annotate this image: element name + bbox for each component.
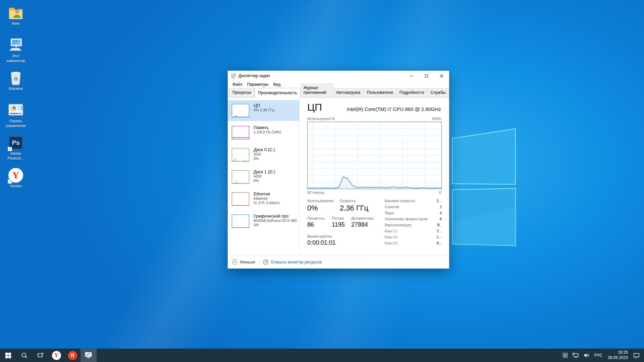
stat-primary-label: Использование xyxy=(307,199,340,203)
sidebar-item-text: Графический проNVIDIA GeForce GTX 6600% xyxy=(254,214,297,228)
menu-file[interactable]: Файл xyxy=(230,81,245,88)
stat-secondary-label: Процессы xyxy=(307,216,332,220)
desktop-icon-recycle-bin[interactable]: ♻Корзина xyxy=(1,68,30,101)
desktop-icon-label: AdobePhotosh... xyxy=(7,152,24,161)
menu-options[interactable]: Параметры xyxy=(245,81,271,88)
tab-4[interactable]: Пользователи xyxy=(364,88,396,97)
sidebar-mini-graph xyxy=(232,215,249,228)
spec-value: 8... xyxy=(437,241,442,247)
cpu-spec-row-6: Кэш L2:1... xyxy=(385,235,442,241)
sidebar-item-2[interactable]: Диск 0 (C:)SSD0% xyxy=(228,144,299,165)
sidebar-thumbnail xyxy=(232,126,249,139)
desktop-icon-yandex[interactable]: Y↗Yandex xyxy=(1,166,30,198)
titlebar[interactable]: Диспетчер задач xyxy=(228,71,449,81)
stat-primary-label: Скорость xyxy=(340,199,368,203)
tab-5[interactable]: Подробности xyxy=(396,88,428,97)
cpu-panel: ЦП Intel(R) Core(TM) i7 CPU 860 @ 2.80GH… xyxy=(300,98,449,255)
sidebar-mini-graph xyxy=(232,193,249,205)
spec-value: 8 xyxy=(440,217,442,223)
svg-text:♻: ♻ xyxy=(13,76,18,82)
task-view-button[interactable] xyxy=(32,349,48,362)
clock[interactable]: 16:25 26.05.2023 xyxy=(605,350,631,360)
desktop-icon-user-folder[interactable]: New xyxy=(1,3,30,36)
uptime-block: Время работы 0:00:01:01 xyxy=(307,234,336,246)
cpu-spec-row-5: Кэш L1:2... xyxy=(385,229,442,235)
language-indicator[interactable]: РУС xyxy=(592,349,605,362)
yandex-app-icon: Я xyxy=(68,351,77,360)
stat-secondary-1: Потоки1195 xyxy=(332,216,351,228)
desktop-icons: New Этоткомпьютер ♻Корзина Панельуправле… xyxy=(1,3,30,198)
yandex-app-button[interactable]: Я xyxy=(64,349,80,362)
sidebar-mini-graph xyxy=(232,148,249,161)
menu-bar: ФайлПараметрыВид xyxy=(228,81,449,88)
graph-time-label: 60 секунд xyxy=(307,190,324,194)
start-button[interactable] xyxy=(0,349,16,362)
cpu-spec-row-2: Ядра:4 xyxy=(385,211,442,217)
sidebar-item-1[interactable]: Память1,1/8,0 ГБ (14%) xyxy=(228,122,299,143)
tab-3[interactable]: Автозагрузка xyxy=(333,88,364,97)
desktop-icon-label: New xyxy=(12,21,19,26)
maximize-button[interactable] xyxy=(419,71,434,81)
tab-2[interactable]: Журнал приложений xyxy=(301,83,333,97)
stat-secondary-label: Потоки xyxy=(332,216,351,220)
cpu-model: Intel(R) Core(TM) i7 CPU 860 @ 2.80GHz xyxy=(347,106,441,112)
close-icon xyxy=(440,74,443,78)
stat-primary-value: 0% xyxy=(307,204,340,213)
cpu-usage-graph[interactable] xyxy=(307,122,442,189)
fewer-details-button[interactable]: Меньше xyxy=(232,259,255,265)
stat-primary-0: Использование0% xyxy=(307,199,340,213)
stat-secondary-2: Дескрипторы27884 xyxy=(351,216,374,228)
network-status-button[interactable] xyxy=(570,349,581,362)
spec-label: Базовая скорость: xyxy=(385,199,416,205)
sidebar-item-5[interactable]: Графический проNVIDIA GeForce GTX 6600% xyxy=(228,211,299,232)
shortcut-arrow-badge: ↗ xyxy=(8,147,12,151)
minimize-button[interactable] xyxy=(404,71,419,81)
tab-6[interactable]: Службы xyxy=(428,88,449,97)
stats-row-primary: Использование0%Скорость2,36 ГГц xyxy=(307,199,368,213)
menu-view[interactable]: Вид xyxy=(271,81,283,88)
sidebar-thumbnail xyxy=(232,170,249,184)
cpu-spec-list: Базовая скорость:2...Сокетов:1Ядра:4Логи… xyxy=(385,199,442,247)
stats-row-secondary: Процессы86Потоки1195Дескрипторы27884 xyxy=(307,216,374,228)
spec-value: 2... xyxy=(437,199,442,205)
spec-label: Кэш L2: xyxy=(385,235,398,241)
spec-label: Сокетов: xyxy=(385,205,400,211)
sidebar-thumbnail xyxy=(232,104,249,117)
cpu-spec-row-1: Сокетов:1 xyxy=(385,205,442,211)
task-manager-taskbar-button[interactable] xyxy=(80,349,97,362)
hidden-icons-grid-icon xyxy=(563,353,568,358)
desktop-icon-control-panel[interactable]: Панельуправления xyxy=(1,101,30,133)
maximize-icon xyxy=(425,74,428,77)
shortcut-arrow-badge: ↗ xyxy=(8,179,12,184)
tab-1[interactable]: Производительность xyxy=(255,88,300,98)
minimize-icon xyxy=(410,76,413,76)
hidden-icons-button[interactable] xyxy=(560,349,570,362)
open-resource-monitor-link[interactable]: Открыть монитор ресурсов xyxy=(271,260,322,264)
cpu-spec-row-7: Кэш L3:8... xyxy=(385,241,442,247)
panel-heading: ЦП xyxy=(307,102,322,113)
footer-divider xyxy=(259,259,259,265)
cpu-spec-row-3: Логических процессоров:8 xyxy=(385,217,442,223)
close-button[interactable] xyxy=(434,71,449,81)
sidebar-item-4[interactable]: EthernetEthernetО: 0 П: 0 кбит/с xyxy=(228,189,299,209)
desktop-icon-photoshop[interactable]: Ps↗AdobePhotosh... xyxy=(1,133,30,166)
control-panel-icon xyxy=(7,102,24,118)
sidebar-item-text: Диск 1 (D:)HDD0% xyxy=(254,169,275,183)
window-body: ЦП0% 2,36 ГГц Память1,1/8,0 ГБ (14%) Дис… xyxy=(228,98,449,255)
tab-0[interactable]: Процессы xyxy=(229,88,255,97)
volume-button[interactable] xyxy=(581,349,592,362)
yandex-icon: Y↗ xyxy=(7,167,24,183)
sidebar-item-0[interactable]: ЦП0% 2,36 ГГц xyxy=(228,100,299,121)
sidebar-item-3[interactable]: Диск 1 (D:)HDD0% xyxy=(228,167,299,187)
stat-secondary-value: 86 xyxy=(307,221,332,228)
cpu-spec-row-0: Базовая скорость:2... xyxy=(385,199,442,205)
desktop-icon-this-pc[interactable]: Этоткомпьютер xyxy=(1,36,30,68)
graph-zero-label: 0 xyxy=(439,190,441,194)
cpu-spec-row-4: Виртуализация:В.. xyxy=(385,223,442,229)
action-center-button[interactable] xyxy=(631,349,642,362)
cpu-usage-chart xyxy=(308,122,441,189)
spec-value: 1... xyxy=(437,235,442,241)
search-button[interactable] xyxy=(16,349,32,362)
sidebar-item-text: ЦП0% 2,36 ГГц xyxy=(254,103,274,112)
yandex-browser-button[interactable]: Y xyxy=(48,349,64,362)
